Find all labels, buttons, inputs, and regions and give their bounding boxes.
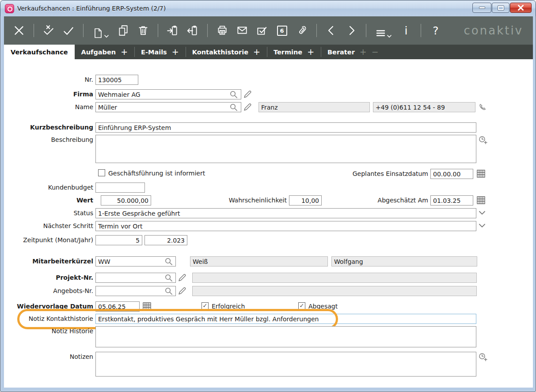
- record-count-badge: 6: [277, 26, 287, 36]
- firma-field[interactable]: [95, 89, 241, 99]
- wert-field[interactable]: [101, 195, 151, 206]
- naechster-schritt-dropdown-icon[interactable]: [479, 223, 486, 228]
- printer-icon: [216, 24, 228, 37]
- angebots-nr-field[interactable]: [95, 286, 176, 296]
- abgeschaetzt-am-field[interactable]: [430, 195, 473, 206]
- beschreibung-field[interactable]: [95, 135, 476, 163]
- angebots-nr-label: Angebots-Nr.: [53, 286, 93, 296]
- zeitpunkt-monat-field[interactable]: [95, 235, 142, 245]
- erfolgreich-label: Erfolgreich: [212, 301, 245, 312]
- toolbar-separator: [83, 24, 84, 37]
- tab-verkaufschance[interactable]: Verkaufschance: [4, 45, 75, 59]
- name-edit-icon[interactable]: [243, 103, 252, 111]
- add-tab-icon[interactable]: +: [307, 48, 314, 56]
- mitarbeiterkuerzel-label: Mitarbeiterkürzel: [32, 256, 93, 266]
- angebots-edit-icon[interactable]: [178, 286, 186, 295]
- add-tab-icon: +: [360, 48, 367, 56]
- chevron-down-icon: [104, 34, 109, 39]
- import-icon: [167, 24, 179, 37]
- toolbar-separator: [158, 24, 158, 37]
- delete-record-button[interactable]: [135, 22, 151, 39]
- angebots-search-icon[interactable]: [164, 287, 173, 295]
- chevron-down-icon: [387, 34, 392, 39]
- tab-label: E-Mails: [141, 49, 167, 56]
- erfolgreich-checkbox[interactable]: [201, 302, 209, 309]
- name-field[interactable]: [95, 102, 241, 112]
- send-mail-button[interactable]: [234, 22, 250, 39]
- name-search-icon[interactable]: [229, 103, 238, 111]
- add-tab-icon[interactable]: +: [172, 48, 179, 56]
- nr-field[interactable]: [95, 75, 138, 85]
- tab-aufgaben[interactable]: Aufgaben +: [75, 45, 134, 59]
- naechster-schritt-field[interactable]: [95, 221, 476, 231]
- calendar-icon[interactable]: [143, 302, 151, 310]
- projekt-nr-field[interactable]: [95, 273, 176, 283]
- verkaufschance-form: Nr. Firma Name: [4, 59, 533, 388]
- mitarbeiterkuerzel-field[interactable]: [95, 256, 176, 266]
- status-dropdown-icon[interactable]: [479, 210, 486, 216]
- wiedervorlage-datum-field[interactable]: [95, 301, 140, 312]
- notiz-historie-label: Notiz Historie: [52, 326, 93, 336]
- geplantes-einsatzdatum-field[interactable]: [430, 169, 473, 179]
- confirm-button[interactable]: [61, 22, 76, 39]
- projekt-search-icon[interactable]: [164, 274, 173, 282]
- duplicate-record-button[interactable]: [115, 22, 131, 39]
- next-record-button[interactable]: [343, 22, 359, 39]
- title-bar[interactable]: Verkaufschancen : Einführung ERP-System …: [0, 0, 536, 16]
- kundenbudget-field[interactable]: [95, 183, 145, 193]
- kurzbeschreibung-field[interactable]: [95, 122, 476, 133]
- close-button[interactable]: [510, 3, 532, 13]
- mail-icon: [236, 24, 248, 37]
- notiz-kontakthistorie-field[interactable]: [95, 314, 476, 324]
- app-icon: [5, 4, 14, 13]
- menu-button[interactable]: [373, 22, 394, 39]
- firma-label: Firma: [73, 89, 93, 99]
- chevron-left-icon: [326, 25, 337, 36]
- gf-informiert-checkbox[interactable]: [98, 169, 105, 176]
- status-field[interactable]: [95, 208, 476, 218]
- selection-count-button[interactable]: 6: [274, 22, 290, 39]
- import-button[interactable]: [165, 22, 181, 39]
- notizen-field[interactable]: [95, 352, 476, 377]
- tab-termine[interactable]: Termine +: [267, 45, 321, 59]
- mitarbeiter-nachname-field: [190, 256, 328, 266]
- previous-record-button[interactable]: [323, 22, 339, 39]
- info-button[interactable]: i: [398, 22, 414, 39]
- add-tab-icon[interactable]: +: [121, 48, 128, 56]
- paperclip-icon: [296, 24, 308, 37]
- help-button[interactable]: ?: [428, 22, 444, 39]
- geplantes-einsatzdatum-label: Geplantes Einsatzdatum: [353, 169, 428, 179]
- maximize-button[interactable]: [492, 3, 509, 13]
- add-tab-icon[interactable]: +: [253, 48, 260, 56]
- wiedervorlage-datum-label: Wiedervorlage Datum: [17, 301, 93, 312]
- phone-icon[interactable]: [479, 103, 487, 112]
- cancel-close-button[interactable]: [11, 22, 27, 39]
- tab-kontakthistorie[interactable]: Kontakthistorie +: [186, 45, 267, 59]
- check-x-icon: [42, 24, 55, 37]
- abgesagt-checkbox[interactable]: [298, 302, 305, 309]
- notizen-timestamp-icon[interactable]: [478, 352, 488, 362]
- minimize-button[interactable]: [472, 3, 491, 13]
- close-icon: [517, 5, 524, 11]
- attachment-button[interactable]: [294, 22, 310, 39]
- calendar-icon[interactable]: [477, 170, 485, 178]
- mitarbeiter-search-icon[interactable]: [164, 257, 173, 266]
- remove-tab-icon: −: [372, 48, 379, 56]
- export-button[interactable]: [185, 22, 201, 39]
- tab-emails[interactable]: E-Mails +: [134, 45, 186, 59]
- notiz-historie-field[interactable]: [95, 326, 476, 347]
- tab-berater[interactable]: Berater + −: [321, 45, 385, 59]
- projekt-edit-icon[interactable]: [178, 273, 186, 282]
- zeitpunkt-jahr-field[interactable]: [144, 235, 187, 245]
- calendar-icon[interactable]: [477, 196, 485, 204]
- firma-edit-icon[interactable]: [243, 90, 252, 99]
- beschreibung-timestamp-icon[interactable]: [478, 135, 488, 145]
- select-record-button[interactable]: [254, 22, 270, 39]
- print-button[interactable]: [214, 22, 230, 39]
- new-record-button[interactable]: [90, 22, 111, 39]
- confirm-close-button[interactable]: [41, 22, 57, 39]
- window-title: Verkaufschancen : Einführung ERP-System …: [17, 5, 166, 12]
- wahrscheinlichkeit-field[interactable]: [289, 195, 322, 206]
- firma-search-icon[interactable]: [229, 90, 238, 99]
- toolbar-separator: [316, 24, 317, 37]
